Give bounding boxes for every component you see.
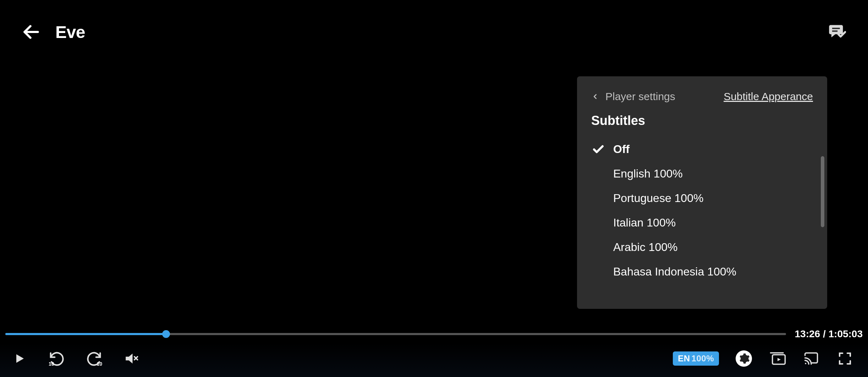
cast-icon (803, 351, 820, 366)
subtitle-option-label: Italian 100% (613, 216, 676, 229)
back-button[interactable] (21, 22, 41, 42)
svg-marker-3 (16, 354, 24, 363)
fullscreen-icon (838, 351, 852, 366)
rewind-seconds: 10 (49, 361, 54, 367)
subtitle-list: Off English 100% Portuguese 100% Italian… (577, 137, 827, 284)
cc-percent: 100% (692, 354, 714, 363)
seek-bar-knob[interactable] (162, 330, 170, 338)
volume-mute-icon (123, 351, 140, 366)
popup-header: Player settings Subtitle Apperance (577, 91, 827, 113)
time-display: 13:26 / 1:05:03 (795, 328, 863, 340)
left-controls: 10 10 (11, 350, 140, 367)
total-time: 1:05:03 (828, 328, 863, 339)
subtitle-option-label: Off (613, 143, 630, 156)
settings-button[interactable] (735, 350, 753, 367)
subtitles-popup: Player settings Subtitle Apperance Subti… (577, 76, 827, 309)
subtitle-appearance-link[interactable]: Subtitle Apperance (724, 91, 813, 103)
svg-marker-8 (778, 358, 781, 361)
subtitle-option-bahasa[interactable]: Bahasa Indonesia 100% (591, 259, 813, 284)
current-time: 13:26 (795, 328, 820, 339)
top-left-group: Eve (21, 22, 85, 42)
subtitle-option-label: Portuguese 100% (613, 192, 703, 205)
forward-seconds: 10 (97, 361, 102, 367)
subtitle-option-portuguese[interactable]: Portuguese 100% (591, 186, 813, 211)
mute-button[interactable] (122, 350, 140, 367)
bottom-bar: 10 10 EN100% (0, 343, 868, 377)
svg-rect-2 (832, 31, 837, 32)
play-icon (13, 351, 26, 366)
chat-check-icon (828, 23, 846, 41)
subtitle-option-italian[interactable]: Italian 100% (591, 211, 813, 235)
popup-section-title: Subtitles (577, 113, 827, 137)
subtitle-option-off[interactable]: Off (591, 137, 813, 162)
subtitle-option-label: Arabic 100% (613, 241, 677, 254)
svg-point-9 (805, 362, 806, 364)
chevron-left-icon (591, 91, 599, 103)
subtitle-option-arabic[interactable]: Arabic 100% (591, 235, 813, 259)
top-bar: Eve (0, 0, 868, 64)
playlist-icon (769, 351, 786, 366)
subtitle-option-english[interactable]: English 100% (591, 162, 813, 186)
arrow-left-icon (21, 22, 41, 42)
forward-10-button[interactable]: 10 (85, 350, 103, 367)
svg-rect-1 (832, 28, 840, 29)
check-icon (592, 143, 605, 156)
popup-back-label: Player settings (605, 91, 675, 103)
gear-icon (738, 353, 750, 365)
scrollbar-thumb[interactable] (821, 156, 824, 227)
progress-row: 13:26 / 1:05:03 (5, 328, 863, 340)
seek-bar[interactable] (5, 333, 786, 335)
seek-bar-fill (5, 333, 166, 335)
svg-marker-4 (126, 354, 132, 364)
chat-button[interactable] (827, 22, 847, 42)
cc-badge[interactable]: EN100% (673, 351, 719, 366)
cc-lang: EN (678, 354, 690, 363)
subtitle-option-label: English 100% (613, 167, 683, 180)
subtitle-option-label: Bahasa Indonesia 100% (613, 265, 736, 278)
right-controls: EN100% (673, 350, 854, 367)
video-title: Eve (55, 22, 85, 42)
play-button[interactable] (11, 350, 28, 367)
popup-back-button[interactable]: Player settings (591, 91, 675, 103)
rewind-10-button[interactable]: 10 (48, 350, 66, 367)
cast-button[interactable] (802, 350, 820, 367)
fullscreen-button[interactable] (836, 350, 854, 367)
playlist-button[interactable] (769, 350, 786, 367)
